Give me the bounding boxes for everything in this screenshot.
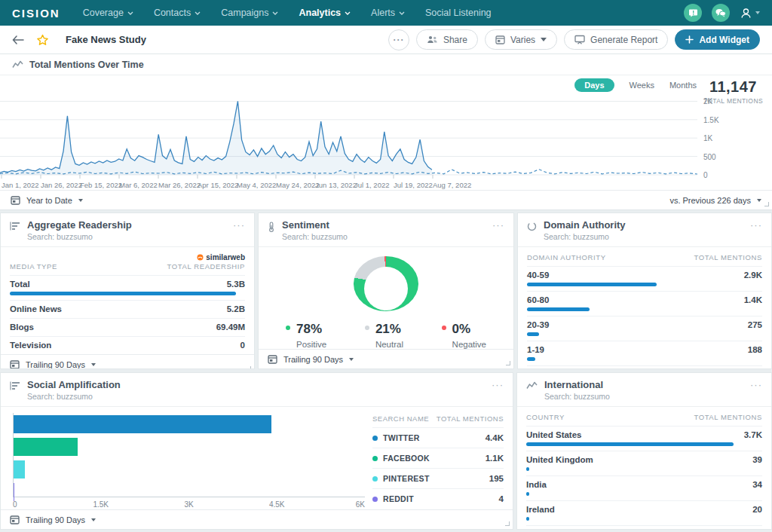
x-tick-label: Jan 1, 2022 [2, 181, 39, 189]
widget-search: Search: buzzsumo [544, 392, 610, 401]
back-button[interactable] [12, 35, 24, 44]
generate-report-button[interactable]: Generate Report [564, 29, 668, 50]
table-row-content: United States3.7K [526, 430, 762, 439]
report-screen-icon [574, 35, 585, 44]
table-row: Blogs69.49M [10, 318, 245, 336]
x-tick-label: 1.5K [93, 500, 109, 509]
table-row-content: 1-19188 [527, 345, 762, 354]
readership-table: MEDIA TYPE similarweb TOTAL READERSHIP T… [1, 247, 254, 354]
cision-logo[interactable]: CISION [12, 7, 60, 20]
row-bar [527, 283, 657, 286]
user-menu[interactable] [740, 7, 760, 20]
widget-menu-button[interactable]: ··· [750, 380, 762, 390]
nav-item-label: Alerts [371, 8, 395, 18]
column-header: TOTAL MENTIONS [694, 413, 762, 421]
column-header: SEARCH NAME [372, 414, 429, 423]
table-row-content: Total5.3B [10, 280, 245, 289]
table-row: 60-801.4K [527, 291, 762, 316]
legend-dot [286, 326, 290, 330]
x-tick-label: Feb 15, 2022 [80, 181, 122, 189]
table-row-content: Ireland20 [526, 505, 762, 514]
legend-name: REDDIT [383, 494, 414, 503]
widget-menu-button[interactable]: ··· [233, 220, 245, 230]
legend-name: TWITTER [383, 433, 420, 442]
period-dropdown[interactable]: Trailing 90 Days [283, 355, 343, 364]
row-label: 20-39 [527, 320, 549, 329]
legend-dot [365, 326, 369, 330]
table-row: 40-592.9K [527, 266, 762, 291]
resize-handle[interactable] [505, 521, 510, 526]
table-row: Italy18 [526, 525, 762, 530]
table-header: COUNTRY TOTAL MENTIONS [526, 407, 762, 426]
legend-text: 21%Neutral [375, 322, 403, 349]
widget-title: Sentiment [282, 220, 348, 231]
row-value: 3.7K [744, 430, 762, 439]
sentiment-donut-chart[interactable] [354, 256, 418, 311]
nav-item-label: Coverage [83, 8, 124, 18]
table-row-content: 60-801.4K [527, 295, 762, 304]
row-bar [10, 292, 236, 295]
widget-menu-button[interactable]: ··· [492, 380, 504, 390]
more-options-button[interactable]: ··· [388, 29, 409, 50]
top-nav: CISION CoverageContactsCampaignsAnalytic… [0, 0, 772, 26]
widget-menu-button[interactable]: ··· [492, 220, 504, 230]
add-widget-button[interactable]: Add Widget [675, 29, 760, 50]
favorite-star-button[interactable] [36, 34, 49, 46]
widget-footer: Trailing 90 Days [1, 354, 254, 369]
resize-handle[interactable] [247, 366, 251, 369]
row-value: 20 [752, 505, 762, 514]
generate-report-label: Generate Report [590, 35, 657, 45]
legend-name: FACEBOOK [383, 454, 430, 463]
sentiment-widget: Sentiment Search: buzzsumo ··· 78%Positi… [258, 212, 514, 369]
compare-dropdown[interactable]: vs. Previous 226 days [669, 196, 751, 205]
chevron-down-icon [349, 358, 354, 361]
widget-footer: Trailing 90 Days [259, 349, 513, 368]
nav-item-analytics[interactable]: Analytics [299, 8, 351, 18]
sentiment-percentage: 78% [296, 322, 326, 337]
line-chart-icon [526, 381, 538, 390]
period-dropdown[interactable]: Trailing 90 Days [26, 360, 85, 369]
date-range-button[interactable]: Varies [485, 29, 557, 50]
share-button[interactable]: Share [416, 29, 478, 50]
widget-title: Aggregate Readership [27, 220, 132, 231]
x-tick-label: 0 [13, 500, 17, 509]
mentions-plot[interactable] [0, 83, 697, 179]
row-bar [527, 332, 539, 336]
x-tick-label: May 24, 2022 [276, 181, 320, 189]
people-icon [427, 35, 438, 44]
period-dropdown[interactable]: Trailing 90 Days [26, 515, 85, 524]
nav-menu: CoverageContactsCampaignsAnalyticsAlerts… [83, 8, 512, 18]
widget-menu-button[interactable]: ··· [750, 220, 762, 230]
widget-header: Sentiment Search: buzzsumo ··· [259, 213, 513, 247]
toolbar-actions: ··· Share Varies Generate Report Add Wid… [388, 29, 760, 50]
x-tick-label: Apr 15, 2022 [198, 181, 238, 189]
resize-handle[interactable] [506, 361, 510, 365]
line-chart-icon [12, 60, 23, 69]
nav-item-alerts[interactable]: Alerts [371, 8, 405, 18]
nav-item-campaigns[interactable]: Campaigns [221, 8, 278, 18]
domain-table: DOMAIN AUTHORITY TOTAL MENTIONS 40-592.9… [518, 247, 771, 369]
x-tick-label: Jun 13, 2022 [315, 181, 357, 189]
table-row: United States3.7K [526, 426, 762, 451]
nav-item-contacts[interactable]: Contacts [154, 8, 201, 18]
social-bar-chart[interactable]: 01.5K3K4.5K6K [13, 413, 365, 509]
row-label: 1-19 [527, 345, 544, 354]
y-tick-label: 2K [703, 97, 712, 105]
table-row-content: Television0 [10, 341, 245, 350]
widget-header: Aggregate Readership Search: buzzsumo ··… [1, 213, 254, 247]
legend-value: 195 [489, 474, 504, 483]
nav-item-social-listening[interactable]: Social Listening [425, 8, 492, 18]
widget-search: Search: buzzsumo [282, 232, 348, 241]
table-row-content: Blogs69.49M [10, 323, 245, 332]
feedback-button[interactable] [684, 4, 702, 22]
widget-search: Search: buzzsumo [27, 232, 132, 241]
row-value: 5.2B [227, 304, 245, 313]
mentions-chart-area: DaysWeeksMonths 11,147 TOTAL MENTIONS 2K… [0, 75, 772, 190]
widget-header: Social Amplification Search: buzzsumo ··… [1, 373, 513, 407]
nav-item-coverage[interactable]: Coverage [83, 8, 133, 18]
date-range-label: Varies [510, 35, 535, 45]
period-dropdown[interactable]: Year to Date [26, 196, 72, 205]
chat-button[interactable] [712, 4, 730, 22]
resize-handle[interactable] [764, 202, 769, 206]
legend-row-facebook: FACEBOOK1.1K [372, 448, 504, 468]
